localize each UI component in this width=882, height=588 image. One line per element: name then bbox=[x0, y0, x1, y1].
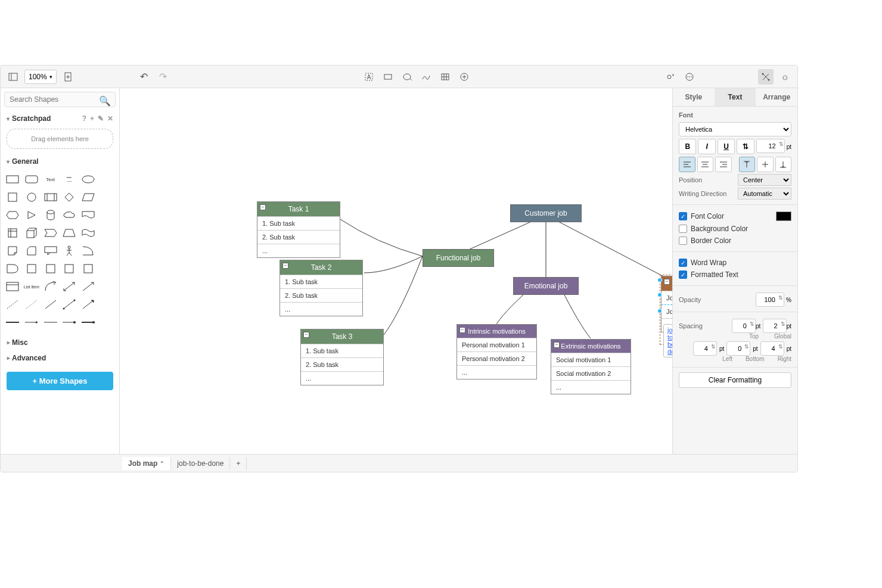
shape-heading[interactable]: ━━── bbox=[61, 172, 78, 187]
node-functional-job[interactable]: Functional job bbox=[423, 249, 494, 267]
shape-ellipse[interactable] bbox=[80, 172, 97, 187]
share-icon[interactable] bbox=[663, 69, 678, 85]
theme-icon[interactable]: ☼ bbox=[777, 69, 793, 85]
clear-formatting-button[interactable]: Clear Formatting bbox=[679, 372, 791, 388]
shape-rounded[interactable] bbox=[23, 172, 40, 187]
shape-dotted[interactable] bbox=[23, 297, 40, 312]
add-icon[interactable] bbox=[456, 69, 472, 85]
shape-trapezoid[interactable] bbox=[61, 225, 78, 241]
valign-middle-button[interactable] bbox=[757, 157, 774, 172]
scratchpad-header[interactable]: ▾Scratchpad ? + ✎ ✕ bbox=[1, 111, 119, 126]
font-color-check[interactable]: ✓Font Color bbox=[679, 210, 791, 223]
shape-cylinder[interactable] bbox=[42, 207, 59, 223]
new-page-icon[interactable] bbox=[60, 69, 76, 85]
shape-circle[interactable] bbox=[23, 189, 40, 205]
shape-list[interactable] bbox=[4, 279, 21, 294]
shape-blank8[interactable] bbox=[99, 297, 116, 312]
advanced-header[interactable]: ▾Advanced bbox=[1, 350, 119, 366]
scratchpad-dropzone[interactable]: Drag elements here bbox=[7, 129, 113, 149]
spacing-left-input[interactable] bbox=[693, 341, 717, 356]
spacing-bottom-input[interactable] bbox=[726, 341, 750, 356]
add-scratch-icon[interactable]: + bbox=[90, 114, 94, 123]
shape-text[interactable]: Text bbox=[42, 172, 59, 187]
rectangle-icon[interactable] bbox=[380, 69, 396, 85]
align-center-button[interactable] bbox=[697, 157, 714, 172]
ellipse-icon[interactable] bbox=[399, 69, 415, 85]
align-right-button[interactable] bbox=[715, 157, 732, 172]
shape-rect4[interactable] bbox=[80, 261, 97, 276]
page-tab-job-to-be-done[interactable]: job-to-be-done bbox=[171, 457, 230, 470]
shape-or[interactable] bbox=[23, 261, 40, 276]
shape-list-item[interactable]: List item bbox=[23, 279, 40, 294]
text-box-icon[interactable]: A bbox=[361, 69, 377, 85]
misc-header[interactable]: ▾Misc bbox=[1, 335, 119, 350]
canvas[interactable]: Customer job Functional job Emotional jo… bbox=[120, 88, 672, 454]
shape-blank5[interactable] bbox=[99, 243, 116, 259]
shape-link4[interactable] bbox=[61, 315, 78, 330]
shape-triangle[interactable] bbox=[23, 207, 40, 223]
formatted-text-check[interactable]: ✓Formatted Text bbox=[679, 269, 791, 281]
shape-blank3[interactable] bbox=[99, 207, 116, 223]
tab-text[interactable]: Text bbox=[715, 88, 756, 106]
align-left-button[interactable] bbox=[679, 157, 695, 172]
italic-button[interactable]: I bbox=[698, 139, 715, 154]
spacing-right-input[interactable] bbox=[760, 341, 784, 356]
node-customer-job[interactable]: Customer job bbox=[510, 204, 582, 222]
shape-note[interactable] bbox=[4, 243, 21, 259]
shape-curve2[interactable] bbox=[80, 243, 97, 259]
redo-icon[interactable]: ↷ bbox=[156, 69, 171, 85]
more-shapes-button[interactable]: + More Shapes bbox=[7, 372, 113, 390]
shape-curve-arrow[interactable] bbox=[42, 279, 59, 294]
shape-rect[interactable] bbox=[4, 172, 21, 187]
position-select[interactable]: Center bbox=[738, 174, 791, 186]
font-family-select[interactable]: Helvetica bbox=[679, 122, 791, 136]
valign-top-button[interactable] bbox=[739, 157, 756, 172]
valign-bottom-button[interactable] bbox=[775, 157, 792, 172]
shape-blank4[interactable] bbox=[99, 225, 116, 241]
shape-directional[interactable] bbox=[80, 297, 97, 312]
node-emotional-job[interactable]: Emotional job bbox=[513, 277, 579, 295]
shape-link2[interactable] bbox=[23, 315, 40, 330]
shape-and[interactable] bbox=[4, 261, 21, 276]
more-icon[interactable] bbox=[682, 69, 697, 85]
zoom-select[interactable]: 100%▾ bbox=[24, 70, 57, 84]
spacing-global-input[interactable] bbox=[763, 319, 787, 333]
node-task2[interactable]: −Task 2 1. Sub task 2. Sub task ... bbox=[279, 260, 363, 316]
shape-tape[interactable] bbox=[80, 225, 97, 241]
sidebar-toggle-icon[interactable] bbox=[5, 69, 21, 85]
format-panel-icon[interactable] bbox=[758, 69, 774, 85]
shape-bidir-arrow[interactable] bbox=[61, 279, 78, 294]
shape-blank[interactable] bbox=[99, 172, 116, 187]
freehand-icon[interactable] bbox=[418, 69, 434, 85]
add-page-button[interactable]: + bbox=[230, 457, 247, 470]
shape-arrow[interactable] bbox=[80, 279, 97, 294]
edit-scratch-icon[interactable]: ✎ bbox=[98, 114, 104, 123]
font-size-input[interactable] bbox=[756, 139, 785, 153]
shape-blank7[interactable] bbox=[99, 279, 116, 294]
shape-step[interactable] bbox=[42, 225, 59, 241]
tab-arrange[interactable]: Arrange bbox=[756, 88, 797, 106]
tab-style[interactable]: Style bbox=[673, 88, 715, 106]
bold-button[interactable]: B bbox=[679, 139, 696, 154]
shape-link3[interactable] bbox=[42, 315, 59, 330]
shape-link5[interactable] bbox=[80, 315, 97, 330]
shape-diamond[interactable] bbox=[61, 189, 78, 205]
node-task1[interactable]: −Task 1 1. Sub task 2. Sub task ... bbox=[257, 201, 340, 258]
undo-icon[interactable]: ↶ bbox=[136, 69, 152, 85]
help-icon[interactable]: ? bbox=[82, 114, 86, 123]
shape-hexagon[interactable] bbox=[4, 207, 21, 223]
border-color-check[interactable]: Border Color bbox=[679, 235, 791, 247]
font-color-swatch[interactable] bbox=[776, 211, 791, 221]
shape-parallelogram[interactable] bbox=[80, 189, 97, 205]
node-extrinsic[interactable]: −Extrinsic motivations Social motivation… bbox=[551, 339, 631, 394]
shape-rect3[interactable] bbox=[61, 261, 78, 276]
shape-cloud[interactable] bbox=[61, 207, 78, 223]
link-edit-chip[interactable]: job-to-be-done ✎ 🗑 bbox=[663, 324, 672, 357]
shape-actor[interactable] bbox=[61, 243, 78, 259]
spacing-top-input[interactable] bbox=[732, 319, 756, 333]
shape-cube[interactable] bbox=[23, 225, 40, 241]
shape-datastore[interactable] bbox=[42, 261, 59, 276]
node-intrinsic[interactable]: −Intrinsic motivations Personal motivati… bbox=[456, 324, 537, 379]
word-wrap-check[interactable]: ✓Word Wrap bbox=[679, 257, 791, 269]
shape-card[interactable] bbox=[23, 243, 40, 259]
